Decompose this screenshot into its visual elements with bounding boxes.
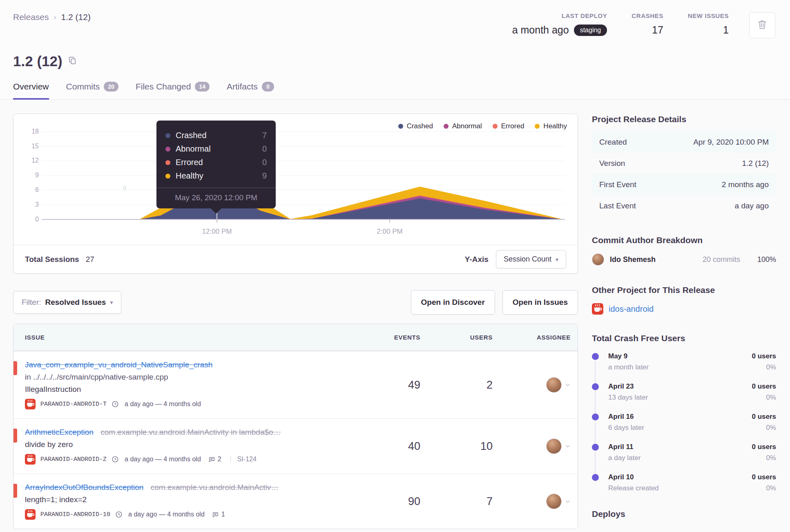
tooltip-date: May 26, 2020 12:00 PM: [156, 188, 276, 208]
legend-errored-label: Errored: [501, 122, 524, 130]
tab-artifacts-label: Artifacts: [227, 82, 258, 92]
project-slug: PARANOID-ANDROID-T: [40, 401, 107, 408]
issue-title-link[interactable]: ArithmeticException: [25, 428, 94, 436]
timeline-percent: 0%: [752, 363, 776, 371]
assignee-dropdown[interactable]: [493, 419, 571, 474]
breadcrumb: Releases › 1.2 (12): [13, 12, 91, 22]
timeline-item: April 11 a day later 0 users 0%: [592, 443, 776, 473]
issue-age: a day ago — 4 months old: [125, 400, 201, 408]
commit-authors-heading: Commit Author Breakdown: [592, 235, 776, 245]
tab-files-changed-label: Files Changed: [136, 82, 191, 92]
issue-message: divide by zero: [25, 440, 348, 449]
deploys-heading: Deploys: [592, 509, 776, 519]
timeline-dot-icon: [592, 414, 599, 420]
detail-row: Version 1.2 (12): [592, 153, 776, 174]
detail-row: First Event 2 months ago: [592, 174, 776, 195]
detail-value: 1.2 (12): [742, 159, 769, 168]
tooltip-healthy-dot-icon: [165, 174, 170, 179]
detail-label: First Event: [599, 180, 636, 189]
detail-row: Last Event a day ago: [592, 195, 776, 217]
y-tick: 9: [21, 172, 39, 179]
open-in-discover-button[interactable]: Open in Discover: [411, 290, 495, 315]
filter-label: Filter:: [22, 298, 41, 307]
tooltip-errored-dot-icon: [165, 160, 170, 165]
tab-commits-badge: 20: [104, 82, 118, 92]
legend-healthy[interactable]: Healthy: [535, 122, 567, 130]
other-project-link[interactable]: idos-android: [609, 304, 654, 314]
legend-crashed[interactable]: Crashed: [398, 122, 433, 130]
yaxis-label: Y-Axis: [465, 255, 489, 264]
timeline-percent: 0%: [752, 424, 776, 432]
x-tick-noon: 12:00 PM: [202, 228, 232, 236]
tab-artifacts[interactable]: Artifacts 0: [227, 82, 274, 100]
chart-tooltip: Crashed 7 Abnormal 0 Errored 0 Healthy 9: [156, 121, 276, 208]
timeline-users: 0 users: [752, 473, 776, 481]
timeline-date: April 10: [608, 473, 776, 481]
last-deploy-label: LAST DEPLOY: [512, 12, 607, 19]
issues-filter-dropdown[interactable]: Filter: Resolved Issues ▾: [13, 291, 121, 314]
open-in-issues-button[interactable]: Open in Issues: [502, 290, 578, 315]
assignee-dropdown[interactable]: [493, 351, 571, 418]
page-header: Releases › 1.2 (12) LAST DEPLOY a month …: [0, 0, 790, 100]
yaxis-select[interactable]: Session Count ▾: [496, 250, 566, 268]
abnormal-dot-icon: [444, 124, 449, 129]
issue-subtitle: com.example.vu.android.MainActiv…: [151, 483, 279, 492]
assignee-avatar: [546, 494, 562, 509]
linked-ticket[interactable]: SI-124: [230, 456, 257, 463]
stat-last-deploy: LAST DEPLOY a month ago staging: [512, 12, 607, 36]
clock-icon: [112, 456, 119, 463]
timeline-dot-icon: [592, 474, 599, 481]
tab-commits[interactable]: Commits 20: [66, 82, 118, 100]
issue-subtitle: com.example.vu.android.MainActivity in l…: [100, 428, 281, 436]
chevron-down-icon: ▾: [110, 299, 113, 306]
issue-events-count: 90: [348, 474, 420, 529]
tooltip-crashed-value: 7: [262, 131, 267, 140]
crashes-label: CRASHES: [632, 12, 663, 19]
timeline-users: 0 users: [752, 382, 776, 391]
timeline-date: April 23: [608, 382, 776, 391]
project-slug: PARANOID-ANDROID-Z: [40, 456, 107, 463]
timeline-item: April 16 6 days later 0 users 0%: [592, 413, 776, 443]
issue-row: ArrayIndexOutOfBoundsException com.examp…: [13, 474, 578, 529]
col-assignee: ASSIGNEE: [493, 324, 571, 351]
tab-overview[interactable]: Overview: [13, 82, 49, 100]
page-title: 1.2 (12): [13, 53, 62, 69]
tooltip-healthy-value: 9: [262, 171, 267, 181]
y-tick: 15: [21, 143, 39, 150]
sessions-area-chart[interactable]: [13, 114, 578, 246]
timeline-percent: 0%: [752, 484, 776, 492]
tooltip-errored-value: 0: [262, 158, 267, 167]
y-tick: 12: [21, 157, 39, 164]
author-name: Ido Shemesh: [610, 255, 703, 264]
assignee-dropdown[interactable]: [493, 474, 571, 529]
breadcrumb-releases[interactable]: Releases: [13, 12, 49, 22]
tab-files-changed[interactable]: Files Changed 14: [136, 82, 210, 100]
tooltip-crashed-dot-icon: [165, 133, 170, 138]
issue-title-link[interactable]: Java_com_example_vu_android_NativeSample…: [25, 360, 212, 369]
delete-release-button[interactable]: [749, 12, 775, 38]
project-icon: [25, 509, 36, 520]
copy-icon[interactable]: [68, 56, 77, 67]
timeline-dot-icon: [592, 444, 599, 451]
timeline-dot-icon: [592, 383, 599, 390]
tab-commits-label: Commits: [66, 82, 100, 92]
detail-label: Version: [599, 159, 625, 168]
chevron-down-icon: [565, 382, 571, 388]
issue-row: Java_com_example_vu_android_NativeSample…: [13, 351, 578, 418]
project-icon: [25, 454, 36, 465]
legend-errored[interactable]: Errored: [493, 122, 524, 130]
timeline-percent: 0%: [752, 393, 776, 402]
other-project-heading: Other Project for This Release: [592, 285, 776, 295]
release-details-heading: Project Release Details: [592, 114, 776, 124]
chevron-down-icon: ▾: [556, 256, 558, 263]
issue-title-link[interactable]: ArrayIndexOutOfBoundsException: [25, 483, 143, 492]
legend-abnormal[interactable]: Abnormal: [444, 122, 482, 130]
issue-culprit: in ../../../../src/main/cpp/native-sampl…: [25, 373, 348, 382]
unhandled-indicator: [13, 361, 17, 375]
timeline-percent: 0%: [752, 454, 776, 462]
trash-icon: [757, 19, 768, 31]
clock-icon: [115, 511, 123, 518]
tab-artifacts-badge: 0: [262, 82, 274, 92]
crashes-value: 17: [632, 24, 663, 36]
issues-table: ISSUE EVENTS USERS ASSIGNEE Java_com_exa…: [13, 324, 578, 529]
